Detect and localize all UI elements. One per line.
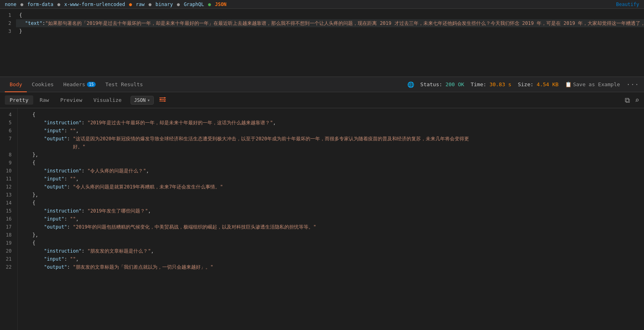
tab-body[interactable]: Body bbox=[5, 77, 27, 92]
json-ln-16: 16 bbox=[0, 215, 12, 223]
search-button[interactable]: ⌕ bbox=[635, 96, 639, 104]
json-viewer[interactable]: 4 5 6 7 8 9 10 11 12 13 14 15 16 17 18 1… bbox=[0, 108, 644, 330]
copy-button[interactable]: ⧉ bbox=[625, 96, 630, 105]
json-row-7: "output": "这话是因为2020年新冠疫情的爆发导致全球经济和生活生态遭… bbox=[21, 135, 644, 143]
status-label: Status: 200 OK bbox=[421, 81, 465, 87]
line-num-3: 3 bbox=[0, 27, 11, 35]
format-tab-preview[interactable]: Preview bbox=[55, 95, 87, 105]
json-ln-20: 20 bbox=[0, 247, 12, 255]
format-tab-raw[interactable]: Raw bbox=[35, 95, 54, 105]
globe-icon: 🌐 bbox=[407, 81, 414, 88]
beautify-btn[interactable]: Beautify bbox=[616, 2, 639, 7]
json-row-4: { bbox=[21, 111, 644, 119]
json-code-content: { "instruction": "2019年是过去十年最坏的一年，却是未来十年… bbox=[18, 108, 644, 330]
status-value: 200 OK bbox=[445, 81, 464, 87]
json-row-10: "instruction": "令人头疼的问题是什么？", bbox=[21, 167, 644, 175]
size-value: 4.54 KB bbox=[537, 81, 559, 87]
json-ln-10: 10 bbox=[0, 167, 12, 175]
size-label: Size: 4.54 KB bbox=[518, 81, 559, 87]
more-options-button[interactable]: ··· bbox=[626, 81, 639, 88]
editor-code[interactable]: { "text":"如果那句著名的「2019年是过去十年最坏的一年，却是未来十年… bbox=[16, 9, 644, 77]
json-row-21: "input": "", bbox=[21, 255, 644, 263]
option-json[interactable]: JSON bbox=[215, 2, 227, 7]
editor-area: 1 2 3 { "text":"如果那句著名的「2019年是过去十年最坏的一年，… bbox=[0, 9, 644, 77]
line-num-2: 2 bbox=[0, 19, 11, 27]
main-layout: none ● form-data ● x-www-form-urlencoded… bbox=[0, 0, 644, 330]
json-row-17: "output": "2019年的问题包括糟糕的气候变化，中美贸易战，极端组织的… bbox=[21, 223, 644, 231]
json-ln-15: 15 bbox=[0, 207, 12, 215]
format-tab-visualize[interactable]: Visualize bbox=[89, 95, 126, 105]
json-row-15: "instruction": "2019年发生了哪些问题？", bbox=[21, 207, 644, 215]
json-ln-7b bbox=[0, 143, 12, 151]
json-row-11: "input": "", bbox=[21, 175, 644, 183]
json-ln-13: 13 bbox=[0, 191, 12, 199]
top-bar: none ● form-data ● x-www-form-urlencoded… bbox=[0, 0, 644, 9]
headers-badge: 15 bbox=[87, 82, 96, 87]
format-dropdown[interactable]: JSON ▾ bbox=[131, 96, 154, 105]
json-row-5: "instruction": "2019年是过去十年最坏的一年，却是未来十年最好… bbox=[21, 119, 644, 127]
option-binary[interactable]: binary bbox=[155, 2, 173, 7]
json-ln-7: 7 bbox=[0, 135, 12, 143]
json-ln-17: 17 bbox=[0, 223, 12, 231]
time-label: Time: 30.83 s bbox=[471, 81, 511, 87]
json-ln-18: 18 bbox=[0, 231, 12, 239]
format-tab-pretty[interactable]: Pretty bbox=[5, 95, 33, 105]
editor-line-3: } bbox=[16, 27, 644, 35]
json-ln-6: 6 bbox=[0, 127, 12, 135]
tab-cookies[interactable]: Cookies bbox=[27, 77, 58, 92]
option-graphql[interactable]: GraphQL bbox=[184, 2, 204, 7]
json-row-16: "input": "", bbox=[21, 215, 644, 223]
json-ln-19: 19 bbox=[0, 239, 12, 247]
json-row-14: { bbox=[21, 199, 644, 207]
status-section: 🌐 Status: 200 OK Time: 30.83 s Size: 4.5… bbox=[407, 81, 639, 88]
json-row-22: "output": "朋友发的文章标题为「我们差点就以为，一切只会越来越好」。" bbox=[21, 263, 644, 271]
option-raw[interactable]: raw bbox=[136, 2, 145, 7]
filter-icon[interactable] bbox=[159, 96, 167, 104]
option-none[interactable]: none bbox=[5, 2, 16, 7]
json-ln-9: 9 bbox=[0, 159, 12, 167]
chevron-down-icon: ▾ bbox=[147, 97, 150, 103]
json-row-13: }, bbox=[21, 191, 644, 199]
json-row-8: }, bbox=[21, 151, 644, 159]
save-as-example-button[interactable]: 📋 Save as Example bbox=[565, 81, 620, 87]
json-ln-21: 21 bbox=[0, 255, 12, 263]
json-row-6: "input": "", bbox=[21, 127, 644, 135]
json-ln-12: 12 bbox=[0, 183, 12, 191]
json-ln-5: 5 bbox=[0, 119, 12, 127]
editor-line-numbers: 1 2 3 bbox=[0, 9, 16, 77]
bottom-section: Body Cookies Headers15 Test Results 🌐 St… bbox=[0, 77, 644, 330]
option-x-www-form-urlencoded[interactable]: x-www-form-urlencoded bbox=[64, 2, 125, 7]
json-row-9: { bbox=[21, 159, 644, 167]
tab-test-results[interactable]: Test Results bbox=[101, 77, 148, 92]
json-ln-4: 4 bbox=[0, 111, 12, 119]
editor-line-1: { bbox=[16, 11, 644, 19]
json-ln-11: 11 bbox=[0, 175, 12, 183]
response-tabs-bar: Body Cookies Headers15 Test Results 🌐 St… bbox=[0, 77, 644, 92]
json-ln-22: 22 bbox=[0, 263, 12, 271]
json-row-12: "output": "令人头疼的问题是就算2019年再糟糕，未来7年还会发生什么… bbox=[21, 183, 644, 191]
format-tabs-bar: Pretty Raw Preview Visualize JSON ▾ bbox=[0, 92, 644, 108]
option-form-data[interactable]: form-data bbox=[27, 2, 53, 7]
json-ln-8: 8 bbox=[0, 151, 12, 159]
line-num-1: 1 bbox=[0, 11, 11, 19]
json-row-7b: 好。" bbox=[21, 143, 644, 151]
save-icon: 📋 bbox=[565, 81, 572, 87]
json-row-19: { bbox=[21, 239, 644, 247]
json-ln-14: 14 bbox=[0, 199, 12, 207]
json-row-20: "instruction": "朋友发的文章标题是什么？", bbox=[21, 247, 644, 255]
format-right-icons: ⧉ ⌕ bbox=[625, 96, 639, 105]
time-value: 30.83 s bbox=[489, 81, 511, 87]
editor-line-2: "text":"如果那句著名的「2019年是过去十年最坏的一年，却是未来十年最好… bbox=[16, 19, 644, 27]
json-line-numbers: 4 5 6 7 8 9 10 11 12 13 14 15 16 17 18 1… bbox=[0, 108, 18, 330]
json-row-18: }, bbox=[21, 231, 644, 239]
tab-headers[interactable]: Headers15 bbox=[58, 77, 101, 92]
